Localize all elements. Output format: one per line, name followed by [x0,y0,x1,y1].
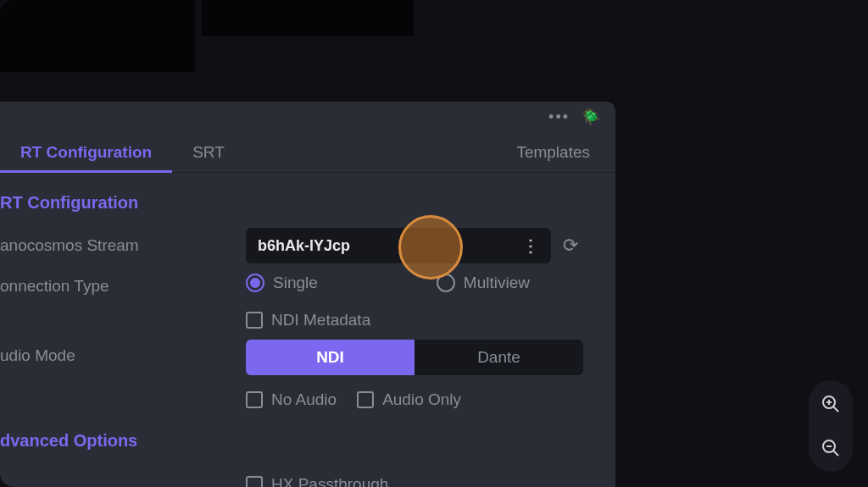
panel-toolbar: ••• 🪲 [0,102,615,132]
kebab-icon[interactable]: ⋮ [522,237,539,254]
radio-multiview-label: Multiview [464,274,530,292]
panel-content: RT Configuration anocosmos Stream b6hAk-… [0,173,615,487]
row-connection: onnection Type Single Multiview NDI Meta… [0,274,592,329]
radio-single-label: Single [273,274,318,292]
checkbox-icon [246,391,263,408]
refresh-icon[interactable]: ⟳ [563,235,578,257]
tab-rt-configuration[interactable]: RT Configuration [0,132,172,172]
zoom-in-button[interactable] [815,389,846,419]
checkbox-audio-only[interactable]: Audio Only [357,390,461,409]
checkbox-ndi-metadata[interactable]: NDI Metadata [246,311,370,329]
audio-label: udio Mode [0,340,246,365]
checkbox-hx-passthrough[interactable]: HX Passthrough [246,475,388,487]
zoom-controls [809,380,853,472]
bug-icon[interactable]: 🪲 [581,108,600,126]
ndi-metadata-label: NDI Metadata [271,311,370,329]
audio-toggle-group: NDI Dante [246,340,583,375]
row-hx: HX Passthrough [0,468,592,487]
tab-bar: RT Configuration SRT Templates [0,132,615,173]
hx-passthrough-label: HX Passthrough [271,475,388,487]
zoom-out-button[interactable] [815,433,846,463]
toggle-ndi[interactable]: NDI [246,340,415,375]
section-heading: RT Configuration [0,193,592,213]
checkbox-icon [246,312,263,329]
background-region-1 [0,0,195,72]
checkbox-no-audio[interactable]: No Audio [246,390,337,409]
toggle-dante[interactable]: Dante [415,340,583,375]
stream-value: b6hAk-lYJcp [258,237,350,255]
stream-label: anocosmos Stream [0,236,246,255]
radio-icon [246,274,264,292]
tab-templates[interactable]: Templates [496,132,615,172]
checkbox-icon [246,476,263,487]
svg-line-5 [833,451,838,456]
connection-label: onnection Type [0,274,246,296]
svg-line-1 [833,407,838,412]
row-stream: anocosmos Stream b6hAk-lYJcp ⋮ ⟳ [0,228,592,263]
background-region-2 [202,0,414,36]
radio-single[interactable]: Single [246,274,318,292]
row-audio: udio Mode NDI Dante No Audio Audio Only [0,340,592,409]
tab-srt[interactable]: SRT [172,132,245,172]
checkbox-icon [357,391,374,408]
highlight-annotation [398,215,463,279]
radio-multiview[interactable]: Multiview [437,274,530,292]
audio-only-label: Audio Only [382,390,461,409]
more-icon[interactable]: ••• [548,108,570,126]
no-audio-label: No Audio [271,390,337,409]
config-panel: ••• 🪲 RT Configuration SRT Templates RT … [0,102,615,487]
advanced-heading: dvanced Options [0,431,592,451]
